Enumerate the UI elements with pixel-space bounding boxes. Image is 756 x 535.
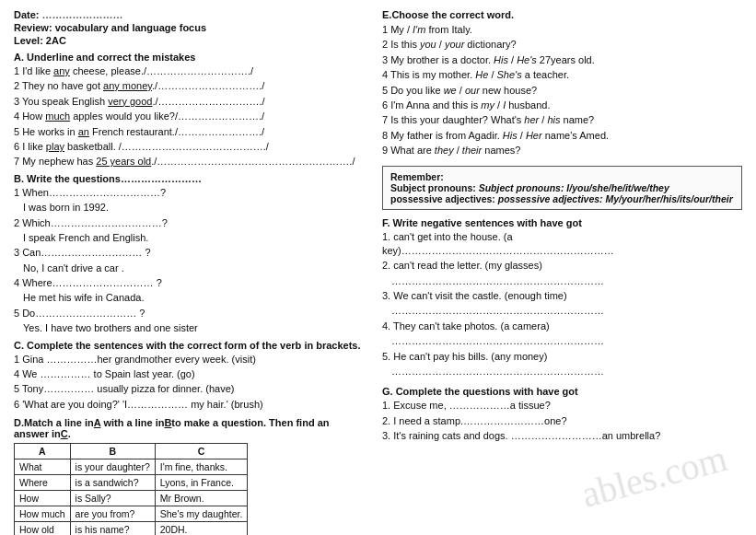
table-cell: Lyons, in France. bbox=[155, 475, 248, 491]
list-item: 4 We …………… to Spain last year. (go) bbox=[14, 367, 364, 381]
list-item: 3 You speak English very good./………………………… bbox=[14, 95, 364, 109]
list-item: 8 My father is from Agadir. His / Her na… bbox=[382, 129, 742, 143]
list-item: 7 My nephew has 25 years old./…………………………… bbox=[14, 155, 364, 169]
list-item: 1 My / I'm from Italy. bbox=[382, 23, 742, 37]
section-b-title: B. Write the questions…………………… bbox=[14, 173, 364, 184]
list-item: 1 I'd like any cheese, please./………………………… bbox=[14, 64, 364, 78]
list-item: 2 They no have got any money./…………………………… bbox=[14, 79, 364, 93]
table-cell: Where bbox=[15, 475, 71, 491]
col-b-header: B bbox=[70, 444, 155, 459]
list-item-cont: ……………………………………………………… bbox=[391, 274, 742, 288]
date-dots: …………………… bbox=[42, 9, 123, 20]
section-f-title: F. Write negative sentences with have go… bbox=[382, 217, 742, 228]
list-item: 9 What are they / their names? bbox=[382, 144, 742, 157]
section-c-items: 1 Gina ……………her grandmother every week. … bbox=[14, 353, 364, 413]
level-label: Level: 2AC bbox=[14, 35, 364, 46]
list-item: 7 Is this your daughter? What's her / hi… bbox=[382, 113, 742, 127]
list-item: 1 Gina ……………her grandmother every week. … bbox=[14, 353, 364, 366]
left-column: Date: …………………… Review: vocabulary and la… bbox=[14, 9, 364, 535]
col-c-header: C bbox=[155, 444, 248, 459]
section-g-title: G. Complete the questions with have got bbox=[382, 386, 742, 397]
list-item: 1. can't get into the house. (a key)…………… bbox=[382, 230, 742, 259]
list-item-answer: Yes. I have two brothers and one sister bbox=[23, 321, 364, 335]
list-item: 3 My brother is a doctor. His / He's 27y… bbox=[382, 53, 742, 67]
section-b-items: 1 When……………………………? I was born in 1992. 2… bbox=[14, 186, 364, 336]
list-item: 5 He works in an French restaurant./…………… bbox=[14, 125, 364, 139]
table-cell: Mr Brown. bbox=[155, 491, 248, 506]
col-a-header: A bbox=[15, 444, 71, 459]
list-item: 6 I'm Anna and this is my / I husband. bbox=[382, 99, 742, 112]
list-item: 2 Is this you / your dictionary? bbox=[382, 38, 742, 52]
list-item: 5 Tony…………… usually pizza for dinner. (h… bbox=[14, 382, 364, 396]
list-item: 2 Which……………………………? bbox=[14, 216, 364, 230]
list-item: 6 'What are you doing?' 'I……………… my hair… bbox=[14, 398, 364, 412]
list-item-cont: ……………………………………………………… bbox=[391, 304, 742, 318]
table-cell: How much bbox=[15, 506, 71, 522]
list-item: 5 Do you like we / our new house? bbox=[382, 84, 742, 98]
right-column: E.Choose the correct word. 1 My / I'm fr… bbox=[382, 9, 742, 535]
list-item: 5. He can't pay his bills. (any money) bbox=[382, 350, 742, 364]
table-cell: She's my daughter. bbox=[155, 506, 248, 522]
table-row: How old is his name? 20DH. bbox=[15, 522, 248, 535]
table-cell: are you from? bbox=[70, 506, 155, 522]
list-item: 1. Excuse me, ………………a tissue? bbox=[382, 399, 742, 413]
remember-line2: possessive adjectives: possessive adject… bbox=[390, 193, 734, 204]
table-cell: How bbox=[15, 491, 71, 506]
list-item: 6 I like play basketball. /…………………………………… bbox=[14, 140, 364, 154]
section-a-title: A. Underline and correct the mistakes bbox=[14, 52, 364, 63]
list-item-answer: No, I can't drive a car . bbox=[23, 262, 364, 275]
remember-box: Remember: Subject pronouns: Subject pron… bbox=[382, 166, 742, 210]
list-item: 2. can't read the letter. (my glasses) bbox=[382, 259, 742, 273]
table-cell: How old bbox=[15, 522, 71, 535]
list-item: 1 When……………………………? bbox=[14, 186, 364, 200]
list-item: 2. I need a stamp.……………………one? bbox=[382, 414, 742, 428]
list-item: 4 How much apples would you like?/………………… bbox=[14, 110, 364, 123]
table-cell: I'm fine, thanks. bbox=[155, 459, 248, 475]
page: Date: …………………… Review: vocabulary and la… bbox=[14, 9, 742, 535]
section-e-title: E.Choose the correct word. bbox=[382, 9, 742, 20]
table-cell: is Sally? bbox=[70, 491, 155, 506]
list-item: 3. We can't visit the castle. (enough ti… bbox=[382, 289, 742, 303]
header: Date: …………………… Review: vocabulary and la… bbox=[14, 9, 364, 46]
table-row: How is Sally? Mr Brown. bbox=[15, 491, 248, 506]
table-row: What is your daughter? I'm fine, thanks. bbox=[15, 459, 248, 475]
list-item: 5 Do………………………… ? bbox=[14, 307, 364, 320]
section-e-items: 1 My / I'm from Italy. 2 Is this you / y… bbox=[382, 23, 742, 158]
match-table: A B C What is your daughter? I'm fine, t… bbox=[14, 443, 248, 535]
section-f-items: 1. can't get into the house. (a key)…………… bbox=[382, 230, 742, 379]
table-cell: What bbox=[15, 459, 71, 475]
section-d-title: D.Match a line inA with a line inBto mak… bbox=[14, 417, 364, 439]
table-cell: is his name? bbox=[70, 522, 155, 535]
list-item-answer: I speak French and English. bbox=[23, 231, 364, 245]
review-label: Review: vocabulary and language focus bbox=[14, 22, 364, 33]
list-item-answer: He met his wife in Canada. bbox=[23, 291, 364, 305]
table-row: Where is a sandwich? Lyons, in France. bbox=[15, 475, 248, 491]
remember-title: Remember: bbox=[390, 171, 734, 182]
list-item-cont: ……………………………………………………… bbox=[391, 365, 742, 378]
table-cell: is a sandwich? bbox=[70, 475, 155, 491]
list-item-cont: ……………………………………………………… bbox=[391, 334, 742, 348]
date-label: Date: bbox=[14, 9, 40, 20]
table-cell: 20DH. bbox=[155, 522, 248, 535]
list-item: 3 Can………………………… ? bbox=[14, 246, 364, 260]
section-c-title: C. Complete the sentences with the corre… bbox=[14, 340, 364, 351]
table-cell: is your daughter? bbox=[70, 459, 155, 475]
list-item-answer: I was born in 1992. bbox=[23, 201, 364, 215]
list-item: 4 This is my mother. He / She's a teache… bbox=[382, 68, 742, 82]
remember-line1: Subject pronouns: Subject pronouns: I/yo… bbox=[390, 182, 734, 193]
section-a-items: 1 I'd like any cheese, please./………………………… bbox=[14, 64, 364, 169]
list-item: 3. It's raining cats and dogs. ………………………… bbox=[382, 429, 742, 443]
list-item: 4 Where………………………… ? bbox=[14, 276, 364, 290]
table-row: How much are you from? She's my daughter… bbox=[15, 506, 248, 522]
date-line: Date: …………………… bbox=[14, 9, 364, 20]
section-g-items: 1. Excuse me, ………………a tissue? 2. I need … bbox=[382, 399, 742, 443]
list-item: 4. They can't take photos. (a camera) bbox=[382, 320, 742, 333]
